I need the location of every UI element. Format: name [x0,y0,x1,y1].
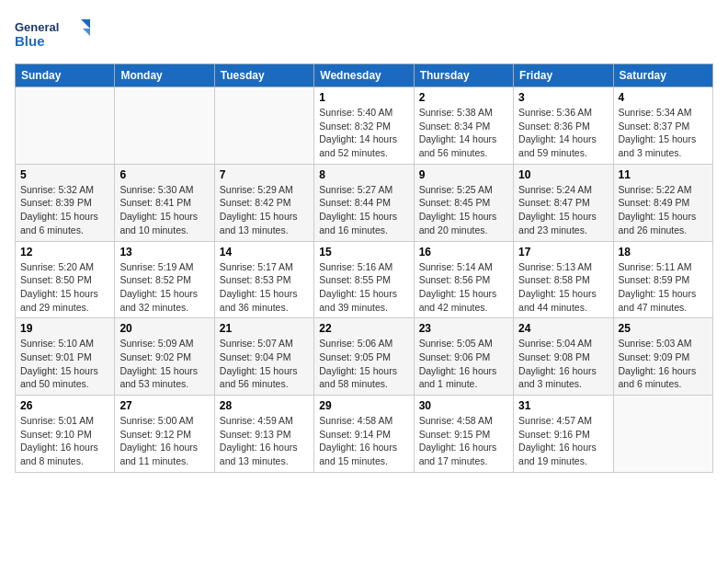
day-number: 18 [619,246,708,259]
day-info: Sunrise: 5:04 AMSunset: 9:08 PMDaylight:… [518,337,608,391]
calendar-cell: 21Sunrise: 5:07 AMSunset: 9:04 PMDayligh… [214,318,313,396]
day-info: Sunrise: 5:06 AMSunset: 9:05 PMDaylight:… [319,337,408,391]
calendar-cell: 24Sunrise: 5:04 AMSunset: 9:08 PMDayligh… [514,318,613,396]
calendar-cell [16,87,115,165]
day-info: Sunrise: 5:40 AMSunset: 8:32 PMDaylight:… [319,106,408,160]
day-number: 6 [119,168,209,181]
day-number: 26 [20,399,109,412]
day-info: Sunrise: 4:59 AMSunset: 9:13 PMDaylight:… [220,414,309,468]
day-info: Sunrise: 4:58 AMSunset: 9:14 PMDaylight:… [319,414,408,468]
col-header-friday: Friday [514,64,613,87]
day-info: Sunrise: 5:32 AMSunset: 8:39 PMDaylight:… [20,183,109,237]
col-header-wednesday: Wednesday [314,64,414,87]
day-number: 7 [220,168,309,181]
calendar-cell: 11Sunrise: 5:22 AMSunset: 8:49 PMDayligh… [613,164,712,241]
svg-text:General: General [15,20,59,34]
calendar-table: SundayMondayTuesdayWednesdayThursdayFrid… [15,63,713,473]
day-info: Sunrise: 5:07 AMSunset: 9:04 PMDaylight:… [220,337,309,391]
calendar-cell: 26Sunrise: 5:01 AMSunset: 9:10 PMDayligh… [16,396,115,473]
day-number: 10 [518,168,608,181]
calendar-cell: 14Sunrise: 5:17 AMSunset: 8:53 PMDayligh… [214,241,313,318]
day-number: 5 [20,168,109,181]
day-info: Sunrise: 5:13 AMSunset: 8:58 PMDaylight:… [518,260,608,315]
calendar-cell: 8Sunrise: 5:27 AMSunset: 8:44 PMDaylight… [314,164,414,241]
calendar-cell: 16Sunrise: 5:14 AMSunset: 8:56 PMDayligh… [414,241,513,318]
calendar-cell: 12Sunrise: 5:20 AMSunset: 8:50 PMDayligh… [16,241,115,318]
calendar-cell: 31Sunrise: 4:57 AMSunset: 9:16 PMDayligh… [514,396,613,473]
day-number: 25 [619,322,708,335]
day-number: 11 [619,168,708,181]
calendar-cell: 6Sunrise: 5:30 AMSunset: 8:41 PMDaylight… [115,164,214,241]
day-info: Sunrise: 5:27 AMSunset: 8:44 PMDaylight:… [319,183,408,237]
day-info: Sunrise: 5:03 AMSunset: 9:09 PMDaylight:… [619,337,708,391]
svg-marker-2 [81,19,90,29]
calendar-week-3: 12Sunrise: 5:20 AMSunset: 8:50 PMDayligh… [16,241,713,318]
day-number: 24 [518,322,608,335]
day-number: 16 [419,246,508,259]
calendar-cell: 29Sunrise: 4:58 AMSunset: 9:14 PMDayligh… [314,396,414,473]
calendar-cell [115,87,214,165]
day-info: Sunrise: 5:24 AMSunset: 8:47 PMDaylight:… [518,183,608,237]
day-number: 8 [319,168,408,181]
day-number: 2 [419,91,508,104]
day-info: Sunrise: 5:38 AMSunset: 8:34 PMDaylight:… [419,106,508,160]
day-info: Sunrise: 5:05 AMSunset: 9:06 PMDaylight:… [419,337,508,391]
day-info: Sunrise: 5:17 AMSunset: 8:53 PMDaylight:… [220,260,309,315]
calendar-cell: 2Sunrise: 5:38 AMSunset: 8:34 PMDaylight… [414,87,513,165]
calendar-week-1: 1Sunrise: 5:40 AMSunset: 8:32 PMDaylight… [16,87,713,165]
day-info: Sunrise: 5:19 AMSunset: 8:52 PMDaylight:… [119,260,209,315]
calendar-cell: 4Sunrise: 5:34 AMSunset: 8:37 PMDaylight… [613,87,712,165]
calendar-cell: 25Sunrise: 5:03 AMSunset: 9:09 PMDayligh… [613,318,712,396]
day-number: 17 [518,246,608,259]
day-number: 4 [619,91,708,104]
day-info: Sunrise: 5:36 AMSunset: 8:36 PMDaylight:… [518,106,608,160]
day-info: Sunrise: 5:14 AMSunset: 8:56 PMDaylight:… [419,260,508,315]
svg-text:Blue: Blue [15,33,45,49]
logo-svg: General Blue [15,15,97,56]
calendar-cell: 28Sunrise: 4:59 AMSunset: 9:13 PMDayligh… [214,396,313,473]
calendar-cell: 3Sunrise: 5:36 AMSunset: 8:36 PMDaylight… [514,87,613,165]
calendar-cell: 15Sunrise: 5:16 AMSunset: 8:55 PMDayligh… [314,241,414,318]
calendar-cell: 22Sunrise: 5:06 AMSunset: 9:05 PMDayligh… [314,318,414,396]
day-number: 9 [419,168,508,181]
day-info: Sunrise: 5:34 AMSunset: 8:37 PMDaylight:… [619,106,708,160]
calendar-cell [214,87,313,165]
day-number: 21 [220,322,309,335]
day-number: 28 [220,399,309,412]
day-info: Sunrise: 5:00 AMSunset: 9:12 PMDaylight:… [119,414,209,468]
day-number: 22 [319,322,408,335]
col-header-monday: Monday [115,64,214,87]
day-number: 3 [518,91,608,104]
day-number: 1 [319,91,408,104]
day-info: Sunrise: 5:30 AMSunset: 8:41 PMDaylight:… [119,183,209,237]
day-info: Sunrise: 4:58 AMSunset: 9:15 PMDaylight:… [419,414,508,468]
day-number: 13 [119,246,209,259]
calendar-cell: 10Sunrise: 5:24 AMSunset: 8:47 PMDayligh… [514,164,613,241]
day-info: Sunrise: 5:01 AMSunset: 9:10 PMDaylight:… [20,414,109,468]
calendar-cell: 9Sunrise: 5:25 AMSunset: 8:45 PMDaylight… [414,164,513,241]
calendar-cell: 5Sunrise: 5:32 AMSunset: 8:39 PMDaylight… [16,164,115,241]
day-info: Sunrise: 4:57 AMSunset: 9:16 PMDaylight:… [518,414,608,468]
col-header-tuesday: Tuesday [214,64,313,87]
col-header-sunday: Sunday [16,64,115,87]
page-header: General Blue [15,15,713,56]
svg-marker-3 [83,29,90,36]
day-number: 14 [220,246,309,259]
day-info: Sunrise: 5:10 AMSunset: 9:01 PMDaylight:… [20,337,109,391]
day-info: Sunrise: 5:29 AMSunset: 8:42 PMDaylight:… [220,183,309,237]
calendar-cell: 20Sunrise: 5:09 AMSunset: 9:02 PMDayligh… [115,318,214,396]
calendar-week-2: 5Sunrise: 5:32 AMSunset: 8:39 PMDaylight… [16,164,713,241]
day-number: 29 [319,399,408,412]
calendar-cell: 7Sunrise: 5:29 AMSunset: 8:42 PMDaylight… [214,164,313,241]
day-number: 27 [119,399,209,412]
day-number: 15 [319,246,408,259]
day-number: 31 [518,399,608,412]
calendar-week-4: 19Sunrise: 5:10 AMSunset: 9:01 PMDayligh… [16,318,713,396]
col-header-thursday: Thursday [414,64,513,87]
calendar-cell: 23Sunrise: 5:05 AMSunset: 9:06 PMDayligh… [414,318,513,396]
calendar-cell: 13Sunrise: 5:19 AMSunset: 8:52 PMDayligh… [115,241,214,318]
day-number: 12 [20,246,109,259]
calendar-cell: 1Sunrise: 5:40 AMSunset: 8:32 PMDaylight… [314,87,414,165]
day-number: 19 [20,322,109,335]
day-info: Sunrise: 5:25 AMSunset: 8:45 PMDaylight:… [419,183,508,237]
